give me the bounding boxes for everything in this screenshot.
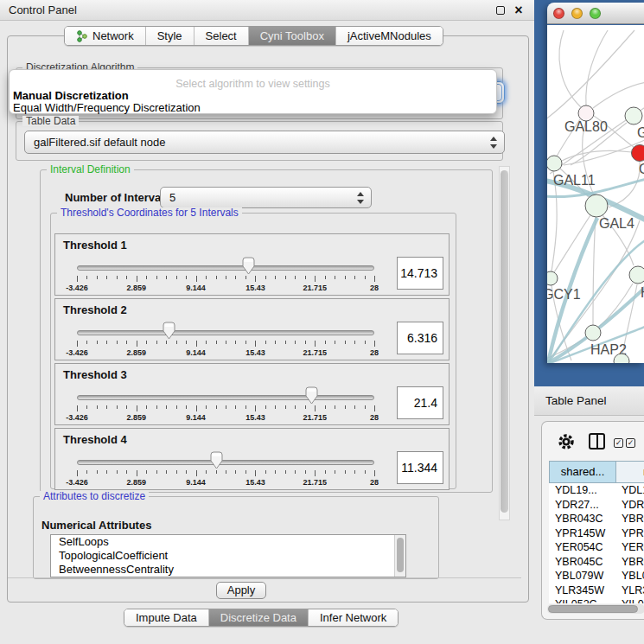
slider-track[interactable] xyxy=(77,265,374,271)
tick-label: 21.715 xyxy=(303,478,327,487)
slider-tick xyxy=(335,276,335,279)
slider-track[interactable] xyxy=(77,395,374,400)
network-node[interactable] xyxy=(585,325,601,341)
slider-tick xyxy=(146,276,147,279)
slider-tick xyxy=(226,341,226,344)
tick-label: 15.43 xyxy=(245,348,265,357)
slider-tick xyxy=(315,470,316,476)
tab-discretize-data[interactable]: Discretize Data xyxy=(209,609,309,626)
spinner-arrows-icon xyxy=(357,192,365,204)
table-row[interactable]: YIL052CYIL0 xyxy=(549,597,644,603)
slider-tick xyxy=(285,470,286,474)
tick-label: 15.43 xyxy=(245,284,265,292)
list-item[interactable]: TopologicalCoefficient xyxy=(51,549,405,563)
slider-tick xyxy=(156,276,157,279)
network-canvas[interactable]: GAL80G.CGAL11GAL4GCY1HHAP2 xyxy=(547,25,644,363)
slider-tick xyxy=(335,470,335,474)
network-node[interactable] xyxy=(629,266,644,284)
apply-button[interactable]: Apply xyxy=(216,582,266,599)
float-window-icon[interactable] xyxy=(496,6,505,15)
checkbox-icon[interactable]: ✓ xyxy=(626,438,635,448)
slider-tick xyxy=(117,405,118,409)
slider-tick xyxy=(275,341,276,344)
table-row[interactable]: YDL19...YDL1 xyxy=(549,483,644,498)
table-panel: ✓ ✓ shared...n YDL19...YDL1YDR27...YDR2Y… xyxy=(541,421,644,620)
list-item[interactable]: BetweennessCentrality xyxy=(51,563,405,577)
threshold-value-field[interactable]: 14.713 xyxy=(397,257,443,290)
slider-tick xyxy=(345,405,346,409)
settings-scrollbar[interactable] xyxy=(499,166,510,520)
minimize-traffic-light-icon[interactable] xyxy=(571,8,583,19)
popup-item[interactable]: Manual Discretization xyxy=(13,89,129,102)
slider-tick xyxy=(146,341,147,344)
node-label: GCY1 xyxy=(547,287,581,302)
tab-jactivemnodules[interactable]: jActiveMNodules xyxy=(336,27,443,45)
slider-handle[interactable] xyxy=(163,322,175,340)
slider-tick xyxy=(86,470,87,474)
tab-style[interactable]: Style xyxy=(146,27,194,45)
list-scrollbar[interactable] xyxy=(394,535,405,577)
threshold-value-field[interactable]: 11.344 xyxy=(397,451,443,484)
table-row[interactable]: YPR145WYPR1 xyxy=(549,526,644,541)
close-icon[interactable]: × xyxy=(512,0,526,21)
table-horizontal-scrollbar[interactable] xyxy=(547,604,644,614)
table-data-combobox[interactable]: galFiltered.sif default node xyxy=(24,131,505,154)
number-of-intervals-combobox[interactable]: 5 xyxy=(160,187,372,208)
checkbox-icon[interactable]: ✓ xyxy=(614,438,623,448)
table-row[interactable]: YDR27...YDR2 xyxy=(549,498,644,513)
network-node[interactable] xyxy=(585,194,608,217)
slider-handle[interactable] xyxy=(242,257,255,275)
slider-tick xyxy=(117,341,118,344)
slider-tick xyxy=(97,276,98,279)
table-row[interactable]: YER054CYER0 xyxy=(549,540,644,555)
tab-infer-network[interactable]: Infer Network xyxy=(309,609,398,626)
threshold-label: Threshold 1 xyxy=(63,239,127,252)
threshold-slider[interactable]: -3.4262.8599.14415.4321.71528 xyxy=(77,385,374,424)
threshold-value-field[interactable]: 21.4 xyxy=(397,386,443,419)
slider-tick xyxy=(354,470,355,474)
slider-tick xyxy=(137,470,137,476)
split-columns-icon[interactable] xyxy=(589,433,605,450)
threshold-label: Threshold 4 xyxy=(63,433,127,446)
table-row[interactable]: YBR043CYBR0 xyxy=(549,512,644,526)
table-row[interactable]: YBL079WYBL0 xyxy=(549,569,644,583)
threshold-slider[interactable]: -3.4262.8599.14415.4321.71528 xyxy=(77,255,374,295)
network-node[interactable] xyxy=(625,107,642,124)
tab-select[interactable]: Select xyxy=(194,27,249,45)
slider-tick xyxy=(275,405,276,409)
tab-impute-data[interactable]: Impute Data xyxy=(124,609,209,626)
network-node[interactable] xyxy=(547,156,562,171)
slider-track[interactable] xyxy=(77,330,374,335)
close-traffic-light-icon[interactable] xyxy=(553,8,564,19)
network-window-titlebar[interactable] xyxy=(547,3,644,24)
node-label: G. xyxy=(637,125,644,140)
thresholds-group-title: Threshold's Coordinates for 5 Intervals xyxy=(57,207,242,218)
tick-label: 21.715 xyxy=(303,413,327,422)
numerical-attributes-list[interactable]: SelfLoopsTopologicalCoefficientBetweenne… xyxy=(50,534,406,577)
slider-tick xyxy=(166,276,167,279)
slider-handle[interactable] xyxy=(210,451,223,469)
table-cell: YBR043C xyxy=(549,512,616,526)
threshold-value-field[interactable]: 6.316 xyxy=(397,322,443,354)
gear-icon[interactable] xyxy=(558,433,575,450)
threshold-slider[interactable]: -3.4262.8599.14415.4321.71528 xyxy=(77,320,374,360)
threshold-slider[interactable]: -3.4262.8599.14415.4321.71528 xyxy=(77,450,374,489)
column-header[interactable]: shared... xyxy=(549,461,616,483)
popup-item[interactable]: Equal Width/Frequency Discretization xyxy=(13,101,201,114)
slider-tick xyxy=(97,470,98,474)
network-node[interactable] xyxy=(632,145,644,162)
tab-cyni-toolbox[interactable]: Cyni Toolbox xyxy=(249,27,336,45)
tab-label: Cyni Toolbox xyxy=(260,27,324,45)
column-header[interactable]: n xyxy=(616,461,644,483)
slider-track[interactable] xyxy=(77,460,374,465)
tick-label: 2.859 xyxy=(127,413,147,422)
table-row[interactable]: YLR345WYLR3 xyxy=(549,583,644,598)
slider-handle[interactable] xyxy=(305,386,318,405)
list-item[interactable]: SelfLoops xyxy=(51,535,405,549)
table-row[interactable]: YBR045CYBR0 xyxy=(549,555,644,570)
zoom-traffic-light-icon[interactable] xyxy=(590,8,601,19)
slider-tick xyxy=(77,470,78,476)
tab-network[interactable]: Network xyxy=(65,27,146,45)
network-node[interactable] xyxy=(547,271,558,285)
slider-tick xyxy=(117,470,118,474)
